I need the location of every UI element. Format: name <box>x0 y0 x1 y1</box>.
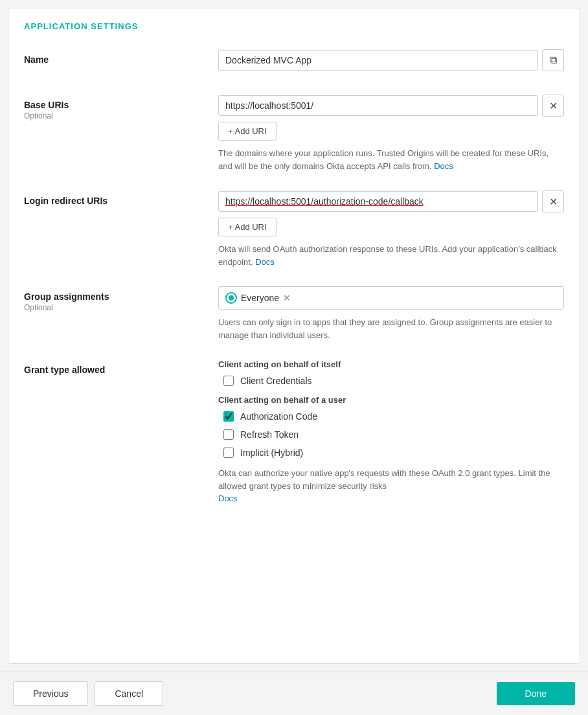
name-input-row: ⧉ <box>218 49 564 71</box>
login-redirect-input-row: ✕ <box>218 190 564 212</box>
login-redirect-remove-button[interactable]: ✕ <box>542 190 564 212</box>
group-assignments-sub: Optional <box>24 303 218 312</box>
footer-left: Previous Cancel <box>13 681 163 706</box>
login-redirect-row: Login redirect URIs ✕ + Add URI Okta wil… <box>24 190 564 268</box>
radio-dot-inner <box>229 295 234 301</box>
grant-client-user-title: Client acting on behalf of a user <box>218 395 564 405</box>
name-field-col: ⧉ <box>218 49 564 76</box>
add-base-uri-button[interactable]: + Add URI <box>218 122 277 141</box>
refresh-token-checkbox[interactable] <box>223 429 234 440</box>
login-redirect-label: Login redirect URIs <box>24 196 218 206</box>
client-credentials-row: Client Credentials <box>223 376 564 386</box>
group-help: Users can only sign in to apps that they… <box>218 316 564 341</box>
grant-docs-link[interactable]: Docs <box>218 494 238 503</box>
close-icon: ✕ <box>549 196 558 208</box>
implicit-label[interactable]: Implicit (Hybrid) <box>240 448 303 458</box>
base-uris-label: Base URIs <box>24 100 218 110</box>
base-uris-label-col: Base URIs Optional <box>24 95 218 120</box>
login-redirect-label-col: Login redirect URIs <box>24 190 218 206</box>
base-uris-row: Base URIs Optional ✕ + Add URI The domai… <box>24 95 564 172</box>
group-assignments-label: Group assignments <box>24 291 218 302</box>
group-tag-remove[interactable]: ✕ <box>283 293 291 302</box>
radio-dot <box>225 292 237 304</box>
grant-type-row: Grant type allowed Client acting on beha… <box>24 359 564 505</box>
auth-code-checkbox[interactable] <box>223 411 234 422</box>
client-credentials-label[interactable]: Client Credentials <box>240 376 312 386</box>
base-uri-docs-link[interactable]: Docs <box>434 161 453 171</box>
cancel-button[interactable]: Cancel <box>95 681 163 706</box>
group-assignments-label-col: Group assignments Optional <box>24 286 218 312</box>
previous-button[interactable]: Previous <box>13 681 88 706</box>
copy-icon: ⧉ <box>550 54 557 66</box>
base-uri-input[interactable] <box>218 95 538 116</box>
add-login-redirect-button[interactable]: + Add URI <box>218 218 277 236</box>
implicit-checkbox[interactable] <box>223 448 234 458</box>
login-redirect-input[interactable] <box>218 191 538 212</box>
client-credentials-checkbox[interactable] <box>223 376 234 386</box>
grant-type-label-col: Grant type allowed <box>24 359 218 375</box>
name-label: Name <box>24 54 218 65</box>
base-uri-remove-button[interactable]: ✕ <box>542 95 564 117</box>
base-uri-input-row: ✕ <box>218 95 564 117</box>
close-icon: ✕ <box>549 100 558 112</box>
name-input[interactable] <box>218 50 538 71</box>
page-title: APPLICATION SETTINGS <box>24 21 564 31</box>
grant-client-self-title: Client acting on behalf of itself <box>218 359 564 369</box>
group-tag-label: Everyone <box>241 293 279 303</box>
base-uri-help: The domains where your application runs.… <box>218 147 564 172</box>
grant-type-label: Grant type allowed <box>24 365 218 375</box>
implicit-row: Implicit (Hybrid) <box>223 448 564 458</box>
done-button[interactable]: Done <box>497 682 575 705</box>
login-redirect-help: Okta will send OAuth authorization respo… <box>218 243 564 268</box>
group-assignments-field-col: Everyone ✕ Users can only sign in to app… <box>218 286 564 341</box>
group-assignments-row: Group assignments Optional Everyone ✕ Us… <box>24 286 564 341</box>
name-row: Name ⧉ <box>24 49 564 76</box>
base-uris-sub: Optional <box>24 111 218 120</box>
copy-icon-button[interactable]: ⧉ <box>542 49 564 71</box>
refresh-token-row: Refresh Token <box>223 429 564 440</box>
auth-code-row: Authorization Code <box>223 411 564 422</box>
group-assign-box[interactable]: Everyone ✕ <box>218 286 564 310</box>
login-redirect-docs-link[interactable]: Docs <box>255 257 275 267</box>
base-uris-field-col: ✕ + Add URI The domains where your appli… <box>218 95 564 172</box>
auth-code-label[interactable]: Authorization Code <box>240 411 317 422</box>
footer: Previous Cancel Done <box>0 672 588 715</box>
grant-help: Okta can authorize your native app's req… <box>218 467 564 505</box>
refresh-token-label[interactable]: Refresh Token <box>240 429 299 440</box>
grant-type-field-col: Client acting on behalf of itself Client… <box>218 359 564 505</box>
login-redirect-field-col: ✕ + Add URI Okta will send OAuth authori… <box>218 190 564 268</box>
group-tag-everyone: Everyone ✕ <box>225 292 291 304</box>
name-label-col: Name <box>24 49 218 65</box>
